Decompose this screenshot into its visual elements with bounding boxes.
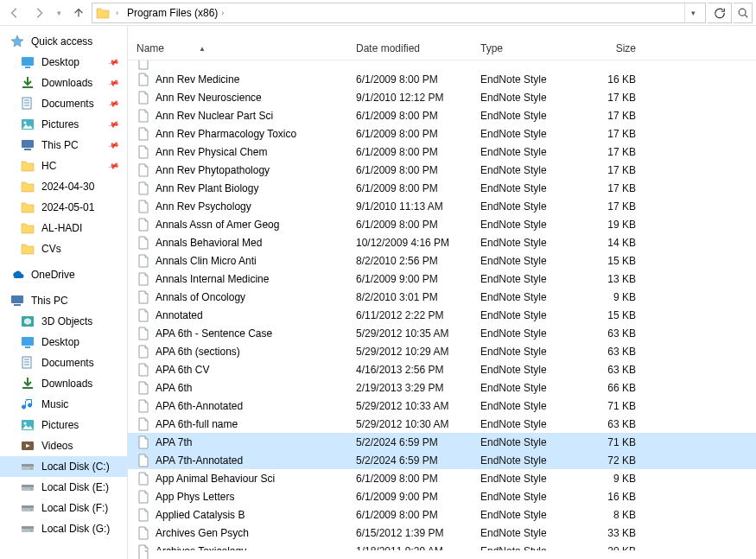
file-row[interactable]: APA 6th (sections)5/29/2012 10:29 AMEndN…: [128, 342, 756, 360]
sidebar-item[interactable]: Desktop📌: [0, 52, 127, 73]
thispc-root[interactable]: This PC: [0, 290, 127, 311]
refresh-button[interactable]: [708, 3, 732, 23]
sidebar-item[interactable]: Local Disk (E:): [0, 477, 127, 498]
file-name-label: APA 7th: [156, 436, 192, 448]
chevron-right-icon: ›: [219, 9, 226, 17]
file-date-label: 4/16/2013 2:56 PM: [356, 364, 480, 376]
sidebar-item-label: Videos: [41, 440, 73, 452]
file-type-label: EndNote Style: [480, 364, 582, 376]
nav-forward-button[interactable]: [28, 2, 50, 24]
breadcrumb-chevron[interactable]: ›: [111, 3, 123, 22]
file-row[interactable]: App Animal Behaviour Sci6/1/2009 8:00 PM…: [128, 469, 756, 487]
breadcrumb-segment[interactable]: EndNote X7›: [124, 22, 228, 23]
nav-back-button[interactable]: [3, 2, 26, 24]
file-size-label: 17 KB: [582, 110, 643, 122]
sidebar-item[interactable]: Desktop: [0, 332, 127, 353]
file-size-label: 71 KB: [582, 400, 643, 412]
file-row[interactable]: APA 6th-Annotated5/29/2012 10:33 AMEndNo…: [128, 397, 756, 415]
column-header-type[interactable]: Type: [480, 42, 582, 54]
sidebar-item[interactable]: Documents: [0, 353, 127, 373]
file-icon: [137, 399, 150, 413]
file-row[interactable]: Ann Rev Neuroscience9/1/2010 12:12 PMEnd…: [128, 88, 756, 106]
pin-icon: 📌: [107, 98, 120, 110]
file-date-label: 6/1/2009 9:00 PM: [356, 273, 480, 285]
file-icon: [137, 417, 150, 431]
sidebar-item[interactable]: Local Disk (C:): [0, 456, 127, 477]
file-row[interactable]: Ann Rev Nuclear Part Sci6/1/2009 8:00 PM…: [128, 106, 756, 124]
sidebar-item[interactable]: Pictures: [0, 415, 127, 435]
file-row[interactable]: Ann Rev Physical Chem6/1/2009 8:00 PMEnd…: [128, 143, 756, 161]
file-icon: [137, 550, 150, 559]
drive-icon: [21, 522, 35, 536]
sidebar-item-label: Desktop: [41, 56, 79, 68]
navigation-pane: Quick access Desktop📌Downloads📌Documents…: [0, 26, 128, 559]
column-header-name[interactable]: Name ▲: [137, 42, 356, 54]
sidebar-item[interactable]: CVs: [0, 238, 127, 259]
onedrive-root[interactable]: OneDrive: [0, 264, 127, 285]
nav-up-button[interactable]: [67, 2, 90, 24]
sidebar-item[interactable]: AL-HADI: [0, 218, 127, 238]
file-row[interactable]: Annals of Oncology8/2/2010 3:01 PMEndNot…: [128, 288, 756, 306]
sidebar-item[interactable]: HC📌: [0, 156, 127, 176]
desktop-icon: [21, 55, 35, 69]
column-header-size[interactable]: Size: [582, 42, 643, 54]
file-icon: [137, 490, 150, 504]
file-row[interactable]: Archives Toxicology1/18/2011 9:29 AMEndN…: [128, 542, 756, 550]
sidebar-item-label: Downloads: [41, 378, 92, 390]
path-dropdown-button[interactable]: ▾: [684, 3, 702, 22]
file-row[interactable]: Archives Gen Psych6/15/2012 1:39 PMEndNo…: [128, 524, 756, 542]
file-date-label: 6/11/2012 2:22 PM: [356, 309, 480, 321]
sidebar-item[interactable]: Documents📌: [0, 93, 127, 114]
file-row[interactable]: Ann Rev Pharmacology Toxico6/1/2009 8:00…: [128, 124, 756, 143]
file-icon: [137, 127, 150, 141]
file-icon: [137, 472, 150, 486]
sidebar-item[interactable]: Downloads: [0, 373, 127, 394]
sidebar-item[interactable]: Local Disk (F:): [0, 498, 127, 518]
file-row[interactable]: Applied Catalysis B6/1/2009 8:00 PMEndNo…: [128, 505, 756, 524]
column-header-date[interactable]: Date modified: [356, 42, 480, 54]
sidebar-item[interactable]: 2024-05-01: [0, 197, 127, 218]
breadcrumb-segment[interactable]: Program Files (x86)›: [124, 3, 228, 22]
sidebar-item[interactable]: Pictures📌: [0, 114, 127, 135]
folder-icon: [21, 242, 35, 256]
file-row[interactable]: Ann Rev Phytopathology6/1/2009 8:00 PMEn…: [128, 161, 756, 179]
quick-access-root[interactable]: Quick access: [0, 31, 127, 52]
file-row[interactable]: APA 7th5/2/2024 6:59 PMEndNote Style71 K…: [128, 433, 756, 451]
sidebar-item-label: Documents: [41, 357, 94, 369]
file-row[interactable]: Ann Rev Psychology9/1/2010 11:13 AMEndNo…: [128, 197, 756, 215]
file-row[interactable]: APA 6th - Sentence Case5/29/2012 10:35 A…: [128, 324, 756, 342]
search-box[interactable]: [734, 3, 753, 23]
file-row[interactable]: APA 6th-full name5/29/2012 10:30 AMEndNo…: [128, 415, 756, 433]
file-row[interactable]: Annotated6/11/2012 2:22 PMEndNote Style1…: [128, 306, 756, 324]
onedrive-icon: [10, 268, 24, 282]
file-row[interactable]: App Phys Letters6/1/2009 9:00 PMEndNote …: [128, 487, 756, 505]
file-name-label: APA 6th - Sentence Case: [156, 327, 272, 340]
sidebar-item[interactable]: 2024-04-30: [0, 176, 127, 197]
sidebar-item[interactable]: Videos: [0, 435, 127, 456]
file-name-label: Ann Rev Pharmacology Toxico: [156, 128, 296, 140]
file-name-label: App Phys Letters: [156, 491, 234, 503]
sidebar-item[interactable]: Downloads📌: [0, 73, 127, 93]
sidebar-item[interactable]: Music: [0, 394, 127, 415]
file-row[interactable]: Ann Rev Medicine6/1/2009 8:00 PMEndNote …: [128, 70, 756, 88]
file-row[interactable]: Annals Behavioral Med10/12/2009 4:16 PME…: [128, 233, 756, 251]
sidebar-item[interactable]: This PC📌: [0, 135, 127, 156]
sidebar-item[interactable]: Local Disk (G:): [0, 518, 127, 539]
file-list-pane: Name ▲ Date modified Type Size Ann Rev M…: [128, 26, 756, 559]
file-icon: [137, 381, 150, 395]
file-icon: [137, 363, 150, 377]
nav-recent-dropdown[interactable]: ▾: [52, 2, 66, 24]
file-row[interactable]: APA 6th2/19/2013 3:29 PMEndNote Style66 …: [128, 378, 756, 397]
file-row[interactable]: Annals Assn of Amer Geog6/1/2009 8:00 PM…: [128, 215, 756, 233]
sidebar-item[interactable]: 3D Objects: [0, 311, 127, 332]
file-date-label: 5/2/2024 6:59 PM: [356, 436, 480, 448]
sidebar-item-label: Desktop: [41, 336, 79, 348]
file-row[interactable]: Annals Internal Medicine6/1/2009 9:00 PM…: [128, 270, 756, 288]
file-size-label: 71 KB: [582, 436, 643, 448]
file-row[interactable]: APA 7th-Annotated5/2/2024 6:59 PMEndNote…: [128, 451, 756, 469]
file-type-label: EndNote Style: [480, 255, 582, 267]
breadcrumb-path[interactable]: › This PC›Local Disk (C:)›Program Files …: [92, 3, 706, 23]
file-row[interactable]: Ann Rev Plant Biology6/1/2009 8:00 PMEnd…: [128, 179, 756, 197]
file-row[interactable]: APA 6th CV4/16/2013 2:56 PMEndNote Style…: [128, 360, 756, 378]
file-row[interactable]: Annals Clin Micro Anti8/2/2010 2:56 PMEn…: [128, 251, 756, 270]
